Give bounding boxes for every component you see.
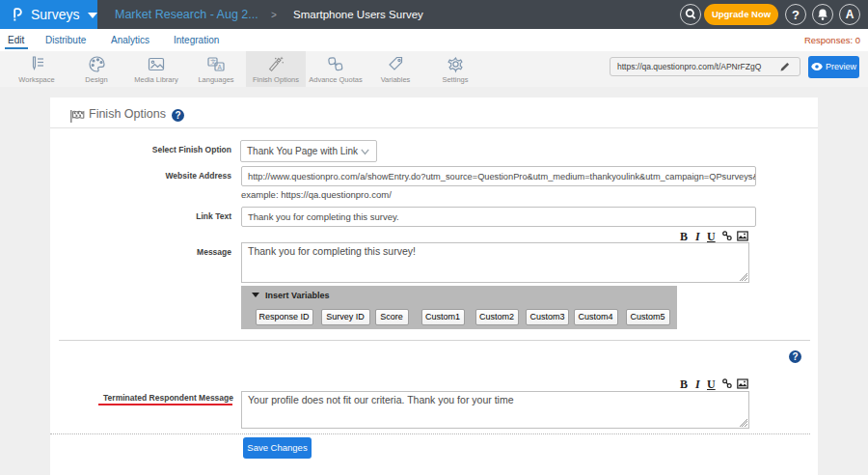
svg-text:文: 文 <box>210 58 216 65</box>
svg-text:A: A <box>218 64 223 70</box>
